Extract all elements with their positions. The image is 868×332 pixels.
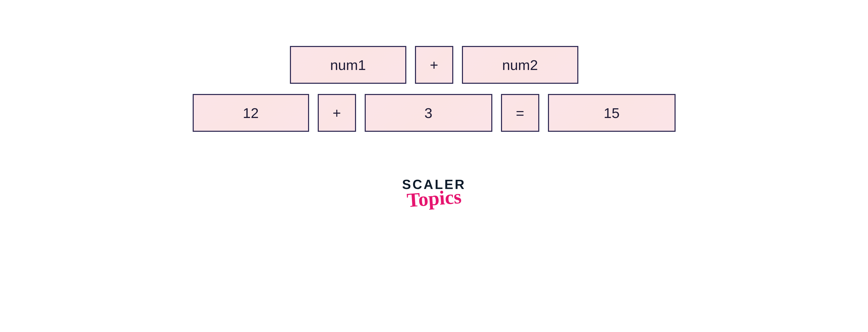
operand1-val-cell: 12 bbox=[193, 94, 309, 132]
operand1-var-cell: num1 bbox=[290, 46, 406, 84]
expression-row-variables: num1 + num2 bbox=[290, 46, 578, 84]
operand2-val-cell: 3 bbox=[365, 94, 492, 132]
operand2-var-cell: num2 bbox=[462, 46, 578, 84]
equals-sign: = bbox=[516, 105, 524, 121]
operand2-var: num2 bbox=[502, 57, 538, 73]
operator-cell-top: + bbox=[415, 46, 453, 84]
brand-logo: SCALER Topics bbox=[402, 178, 466, 208]
result-cell: 15 bbox=[548, 94, 676, 132]
operand1-var: num1 bbox=[330, 57, 366, 73]
expression-row-values: 12 + 3 = 15 bbox=[193, 94, 676, 132]
result-value: 15 bbox=[603, 105, 619, 121]
brand-subtitle: Topics bbox=[406, 187, 462, 210]
operand1-val: 12 bbox=[243, 105, 258, 121]
operator-top: + bbox=[430, 57, 438, 73]
operand2-val: 3 bbox=[425, 105, 432, 121]
addition-diagram: num1 + num2 12 + 3 = 15 SCALER Topics bbox=[193, 46, 676, 208]
operator-cell-bottom: + bbox=[318, 94, 356, 132]
equals-cell: = bbox=[501, 94, 539, 132]
operator-bottom: + bbox=[333, 105, 341, 121]
